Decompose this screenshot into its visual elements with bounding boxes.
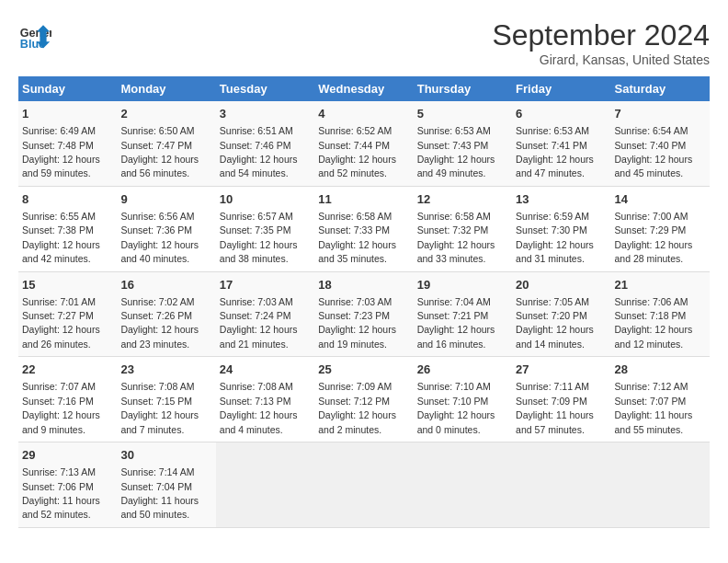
sunset-text: Sunset: 7:32 PM: [417, 224, 489, 236]
day-number: 5: [417, 106, 508, 122]
day-number: 3: [220, 106, 311, 122]
calendar-day-cell: 16 Sunrise: 7:02 AM Sunset: 7:26 PM Dayl…: [117, 271, 215, 357]
sunset-text: Sunset: 7:26 PM: [120, 310, 192, 321]
daylight-label: Daylight: 12 hours and 59 minutes.: [22, 154, 100, 178]
daylight-label: Daylight: 12 hours and 21 minutes.: [220, 324, 298, 349]
calendar-table: SundayMondayTuesdayWednesdayThursdayFrid…: [18, 76, 710, 528]
day-number: 19: [417, 277, 508, 293]
daylight-label: Daylight: 12 hours and 7 minutes.: [120, 409, 199, 434]
day-number: 16: [120, 277, 211, 293]
sunset-text: Sunset: 7:04 PM: [120, 481, 192, 492]
sunrise-text: Sunrise: 7:02 AM: [120, 296, 194, 307]
sunset-text: Sunset: 7:40 PM: [615, 140, 687, 151]
column-header-saturday: Saturday: [611, 76, 710, 101]
sunset-text: Sunset: 7:43 PM: [417, 140, 489, 151]
daylight-label: Daylight: 12 hours and 56 minutes.: [120, 154, 199, 178]
sunset-text: Sunset: 7:38 PM: [22, 224, 94, 236]
empty-cell: [314, 442, 413, 528]
logo: General Blue: [18, 18, 51, 52]
calendar-day-cell: 6 Sunrise: 6:53 AM Sunset: 7:41 PM Dayli…: [512, 101, 610, 186]
sunrise-text: Sunrise: 6:59 AM: [516, 211, 589, 222]
calendar-week-row: 8 Sunrise: 6:55 AM Sunset: 7:38 PM Dayli…: [18, 186, 710, 271]
sunrise-text: Sunrise: 7:00 AM: [615, 211, 688, 222]
sunrise-text: Sunrise: 6:57 AM: [220, 211, 293, 222]
calendar-day-cell: 7 Sunrise: 6:54 AM Sunset: 7:40 PM Dayli…: [611, 101, 710, 186]
day-number: 7: [615, 106, 706, 122]
sunrise-text: Sunrise: 7:07 AM: [22, 381, 96, 392]
calendar-day-cell: 3 Sunrise: 6:51 AM Sunset: 7:46 PM Dayli…: [216, 101, 314, 186]
sunset-text: Sunset: 7:10 PM: [417, 396, 489, 407]
sunset-text: Sunset: 7:48 PM: [22, 140, 94, 151]
daylight-label: Daylight: 11 hours and 52 minutes.: [22, 495, 100, 520]
sunset-text: Sunset: 7:13 PM: [220, 396, 291, 407]
sunset-text: Sunset: 7:06 PM: [22, 481, 94, 492]
daylight-label: Daylight: 12 hours and 40 minutes.: [120, 239, 199, 264]
day-number: 13: [516, 191, 607, 208]
calendar-day-cell: 1 Sunrise: 6:49 AM Sunset: 7:48 PM Dayli…: [18, 101, 117, 186]
calendar-day-cell: 4 Sunrise: 6:52 AM Sunset: 7:44 PM Dayli…: [314, 101, 413, 186]
sunset-text: Sunset: 7:24 PM: [220, 310, 291, 321]
sunrise-text: Sunrise: 7:09 AM: [318, 381, 392, 392]
calendar-day-cell: 18 Sunrise: 7:03 AM Sunset: 7:23 PM Dayl…: [314, 271, 413, 357]
calendar-day-cell: 23 Sunrise: 7:08 AM Sunset: 7:15 PM Dayl…: [117, 357, 215, 442]
sunset-text: Sunset: 7:16 PM: [22, 396, 94, 407]
sunset-text: Sunset: 7:33 PM: [318, 224, 390, 236]
daylight-label: Daylight: 12 hours and 9 minutes.: [22, 409, 100, 434]
sunset-text: Sunset: 7:09 PM: [516, 396, 587, 407]
sunrise-text: Sunrise: 7:04 AM: [417, 296, 491, 307]
calendar-day-cell: 9 Sunrise: 6:56 AM Sunset: 7:36 PM Dayli…: [117, 186, 215, 271]
calendar-week-row: 15 Sunrise: 7:01 AM Sunset: 7:27 PM Dayl…: [18, 271, 710, 357]
daylight-label: Daylight: 12 hours and 4 minutes.: [220, 409, 298, 434]
day-number: 28: [615, 362, 706, 378]
month-title: September 2024: [492, 18, 710, 52]
day-number: 21: [615, 277, 706, 293]
sunrise-text: Sunrise: 6:54 AM: [615, 125, 688, 136]
column-header-thursday: Thursday: [414, 76, 512, 101]
calendar-day-cell: 12 Sunrise: 6:58 AM Sunset: 7:32 PM Dayl…: [414, 186, 512, 271]
daylight-label: Daylight: 12 hours and 0 minutes.: [417, 409, 495, 434]
calendar-day-cell: 25 Sunrise: 7:09 AM Sunset: 7:12 PM Dayl…: [314, 357, 413, 442]
logo-icon: General Blue: [18, 18, 51, 52]
daylight-label: Daylight: 12 hours and 23 minutes.: [120, 324, 199, 349]
sunrise-text: Sunrise: 7:03 AM: [220, 296, 293, 307]
calendar-day-cell: 5 Sunrise: 6:53 AM Sunset: 7:43 PM Dayli…: [414, 101, 512, 186]
day-number: 11: [318, 191, 409, 208]
sunrise-text: Sunrise: 7:01 AM: [22, 296, 96, 307]
day-number: 15: [22, 277, 113, 293]
calendar-day-cell: 14 Sunrise: 7:00 AM Sunset: 7:29 PM Dayl…: [611, 186, 710, 271]
sunrise-text: Sunrise: 6:53 AM: [516, 125, 589, 136]
calendar-day-cell: 20 Sunrise: 7:05 AM Sunset: 7:20 PM Dayl…: [512, 271, 610, 357]
sunset-text: Sunset: 7:36 PM: [120, 224, 192, 236]
calendar-week-row: 29 Sunrise: 7:13 AM Sunset: 7:06 PM Dayl…: [18, 442, 710, 528]
sunset-text: Sunset: 7:27 PM: [22, 310, 94, 321]
calendar-week-row: 22 Sunrise: 7:07 AM Sunset: 7:16 PM Dayl…: [18, 357, 710, 442]
sunrise-text: Sunrise: 7:06 AM: [615, 296, 688, 307]
daylight-label: Daylight: 12 hours and 14 minutes.: [516, 324, 594, 349]
sunrise-text: Sunrise: 6:58 AM: [318, 211, 392, 222]
daylight-label: Daylight: 12 hours and 31 minutes.: [516, 239, 594, 264]
daylight-label: Daylight: 12 hours and 12 minutes.: [615, 324, 693, 349]
empty-cell: [414, 442, 512, 528]
daylight-label: Daylight: 12 hours and 54 minutes.: [220, 154, 298, 178]
daylight-label: Daylight: 12 hours and 19 minutes.: [318, 324, 396, 349]
sunrise-text: Sunrise: 7:12 AM: [615, 381, 688, 392]
column-header-friday: Friday: [512, 76, 610, 101]
calendar-day-cell: 30 Sunrise: 7:14 AM Sunset: 7:04 PM Dayl…: [117, 442, 215, 528]
day-number: 6: [516, 106, 607, 122]
daylight-label: Daylight: 11 hours and 55 minutes.: [615, 409, 693, 434]
calendar-day-cell: 15 Sunrise: 7:01 AM Sunset: 7:27 PM Dayl…: [18, 271, 117, 357]
day-number: 17: [220, 277, 311, 293]
sunrise-text: Sunrise: 7:14 AM: [120, 466, 194, 477]
sunrise-text: Sunrise: 7:13 AM: [22, 466, 96, 477]
calendar-day-cell: 13 Sunrise: 6:59 AM Sunset: 7:30 PM Dayl…: [512, 186, 610, 271]
calendar-day-cell: 2 Sunrise: 6:50 AM Sunset: 7:47 PM Dayli…: [117, 101, 215, 186]
column-header-wednesday: Wednesday: [314, 76, 413, 101]
day-number: 12: [417, 191, 508, 208]
calendar-day-cell: 17 Sunrise: 7:03 AM Sunset: 7:24 PM Dayl…: [216, 271, 314, 357]
sunrise-text: Sunrise: 7:05 AM: [516, 296, 589, 307]
calendar-day-cell: 26 Sunrise: 7:10 AM Sunset: 7:10 PM Dayl…: [414, 357, 512, 442]
daylight-label: Daylight: 12 hours and 2 minutes.: [318, 409, 396, 434]
day-number: 1: [22, 106, 113, 122]
calendar-day-cell: 29 Sunrise: 7:13 AM Sunset: 7:06 PM Dayl…: [18, 442, 117, 528]
sunset-text: Sunset: 7:23 PM: [318, 310, 390, 321]
